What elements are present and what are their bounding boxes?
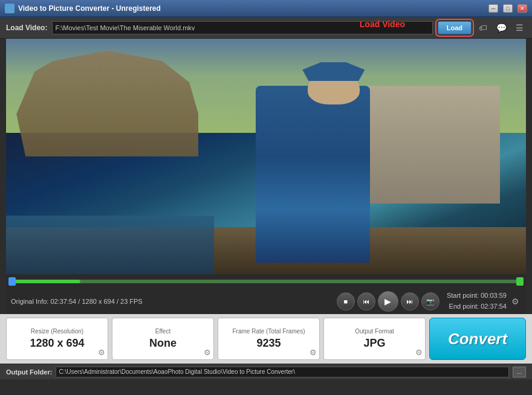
output-format-gear-icon[interactable]: ⚙ bbox=[415, 348, 423, 357]
output-folder-input[interactable] bbox=[56, 367, 508, 377]
effect-gear-icon[interactable]: ⚙ bbox=[204, 348, 211, 357]
frame-rate-gear-icon[interactable]: ⚙ bbox=[310, 348, 317, 357]
controls-row: Original Info: 02:37:54 / 1280 x 694 / 2… bbox=[6, 289, 526, 314]
stop-button[interactable]: ■ bbox=[337, 292, 355, 310]
output-folder-label: Output Folder: bbox=[6, 368, 52, 376]
time-info: Start point: 00:03:59 End point: 02:37:5… bbox=[447, 291, 507, 312]
seekbar-right-thumb[interactable] bbox=[516, 277, 524, 286]
settings-gear-icon[interactable]: ⚙ bbox=[509, 295, 521, 307]
next-button[interactable]: ⏭ bbox=[401, 292, 419, 310]
original-info: Original Info: 02:37:54 / 1280 x 694 / 2… bbox=[11, 298, 334, 305]
seekbar-left-thumb[interactable] bbox=[8, 277, 16, 286]
output-format-label: Output Format bbox=[355, 328, 394, 335]
load-row-wrapper: Load Video Load Video: Load 🏷 💬 ☰ bbox=[0, 17, 532, 39]
output-format-option-box: Output Format JPG ⚙ bbox=[323, 318, 426, 360]
list-icon[interactable]: ☰ bbox=[513, 21, 526, 34]
resize-label: Resize (Resolution) bbox=[31, 328, 83, 335]
convert-button[interactable]: Convert bbox=[429, 318, 526, 360]
tag-icon[interactable]: 🏷 bbox=[476, 21, 490, 34]
effect-option-box: Effect None ⚙ bbox=[112, 318, 214, 360]
seekbar-area bbox=[6, 274, 526, 289]
window-title: Video to Picture Converter - Unregistere… bbox=[18, 4, 484, 13]
frame-rate-label: Frame Rate (Total Frames) bbox=[232, 328, 305, 335]
play-button[interactable]: ▶ bbox=[378, 291, 398, 312]
chat-icon[interactable]: 💬 bbox=[495, 21, 508, 34]
seekbar-fill bbox=[8, 280, 80, 283]
app-icon bbox=[5, 4, 15, 13]
video-preview bbox=[6, 39, 526, 274]
scene-figure bbox=[256, 86, 370, 263]
load-video-label: Load Video: bbox=[6, 24, 47, 32]
title-bar: Video to Picture Converter - Unregistere… bbox=[0, 0, 532, 17]
video-thumbnail bbox=[6, 39, 526, 274]
file-path-input[interactable] bbox=[52, 21, 432, 34]
start-point: Start point: 00:03:59 bbox=[447, 291, 507, 301]
effect-value: None bbox=[149, 337, 177, 350]
minimize-button[interactable]: ─ bbox=[488, 4, 498, 13]
prev-button[interactable]: ⏮ bbox=[357, 292, 375, 310]
scene-water bbox=[6, 216, 214, 275]
effect-label: Effect bbox=[155, 328, 170, 335]
output-browse-button[interactable]: ... bbox=[513, 367, 526, 377]
resize-value: 1280 x 694 bbox=[30, 337, 84, 350]
output-folder-row: Output Folder: ... bbox=[0, 364, 532, 379]
end-point: End point: 02:37:54 bbox=[447, 301, 507, 312]
screenshot-button[interactable]: 📷 bbox=[421, 292, 440, 310]
close-button[interactable]: ✕ bbox=[517, 4, 527, 13]
load-video-row: Load Video: Load 🏷 💬 ☰ bbox=[0, 17, 532, 39]
resize-gear-icon[interactable]: ⚙ bbox=[98, 348, 105, 357]
maximize-button[interactable]: □ bbox=[503, 4, 513, 13]
frame-rate-value: 9235 bbox=[256, 337, 281, 350]
load-button[interactable]: Load bbox=[438, 21, 472, 34]
resize-option-box: Resize (Resolution) 1280 x 694 ⚙ bbox=[6, 318, 108, 360]
frame-rate-option-box: Frame Rate (Total Frames) 9235 ⚙ bbox=[218, 318, 320, 360]
seekbar-track[interactable] bbox=[8, 280, 524, 283]
seekbar-range bbox=[80, 280, 524, 283]
output-format-value: JPG bbox=[363, 337, 385, 350]
options-row: Resize (Resolution) 1280 x 694 ⚙ Effect … bbox=[0, 314, 532, 364]
